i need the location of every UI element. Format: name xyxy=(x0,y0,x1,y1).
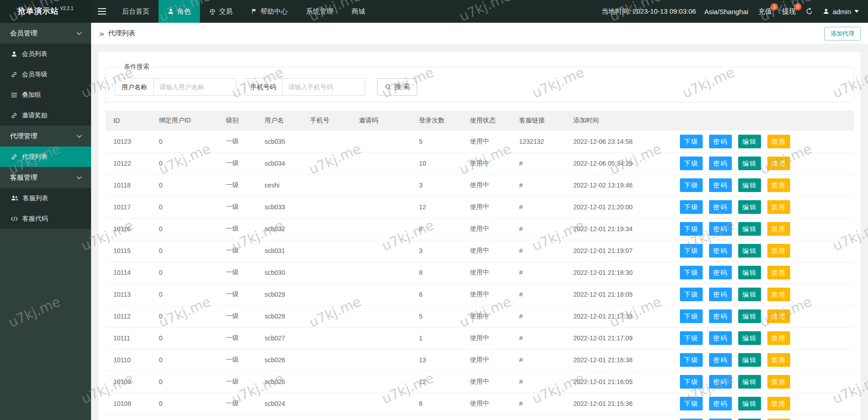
disable-button[interactable]: 禁用 xyxy=(767,135,790,148)
timezone: Asia/Shanghai xyxy=(704,8,748,15)
edit-button[interactable]: 编辑 xyxy=(738,353,761,367)
sidebar-item-member-level[interactable]: 会员等级 xyxy=(0,64,91,85)
edit-button[interactable]: 编辑 xyxy=(738,222,761,236)
sub-agent-button[interactable]: 下级 xyxy=(680,353,703,367)
password-button[interactable]: 密码 xyxy=(709,244,732,258)
cell-add_time: 2022-12-01 21:16:05 xyxy=(565,371,672,393)
row-actions: 下级密码编辑禁用 xyxy=(672,152,854,174)
edit-button[interactable]: 编辑 xyxy=(738,309,761,323)
password-button[interactable]: 密码 xyxy=(709,353,732,367)
password-button[interactable]: 密码 xyxy=(709,157,732,170)
sub-agent-button[interactable]: 下级 xyxy=(680,200,703,214)
person-icon xyxy=(168,8,174,15)
sub-agent-button[interactable]: 下级 xyxy=(680,178,703,192)
disable-button[interactable]: 禁用 xyxy=(767,353,790,367)
sub-agent-button[interactable]: 下级 xyxy=(680,375,703,389)
disable-button[interactable]: 禁用 xyxy=(767,178,790,192)
cell-id: 10111 xyxy=(105,327,151,349)
row-actions: 下级密码编辑禁用 xyxy=(672,349,854,371)
table-row: 101080一级scb0246使用中#2022-12-01 21:15:36下级… xyxy=(105,393,854,415)
nav-mall[interactable]: 商城 xyxy=(342,0,374,23)
password-button[interactable]: 密码 xyxy=(709,309,732,323)
sidebar-item-agent-list[interactable]: 代理列表 xyxy=(0,147,91,167)
password-button[interactable]: 密码 xyxy=(709,331,732,345)
sub-agent-button[interactable]: 下级 xyxy=(680,331,703,345)
disable-button[interactable]: 禁用 xyxy=(767,375,790,389)
main-content: » 代理列表 添加代理 条件搜索 用户名称 手机号码 搜 索 xyxy=(91,23,868,420)
cell-add_time xyxy=(565,415,672,420)
username-input[interactable] xyxy=(153,78,236,96)
nav-roles[interactable]: 角色 xyxy=(158,0,200,23)
local-time-wrap: 当地时间: 2023-10-13 09:03:06 Asia/Shanghai xyxy=(602,7,748,16)
sidebar-item-invite-reward[interactable]: 邀请奖励 xyxy=(0,105,91,126)
sub-agent-button[interactable]: 下级 xyxy=(680,397,703,410)
withdraw-button[interactable]: 提现 0 xyxy=(782,7,796,16)
sub-agent-button[interactable]: 下级 xyxy=(680,288,703,301)
cell-invite_code xyxy=(351,174,411,196)
sub-agent-button[interactable]: 下级 xyxy=(680,135,703,148)
add-agent-button[interactable]: 添加代理 xyxy=(824,27,861,40)
sub-agent-button[interactable]: 下级 xyxy=(680,244,703,258)
cell-login_count: 3 xyxy=(411,240,462,262)
cell-add_time: 2022-12-01 21:17:09 xyxy=(565,327,672,349)
password-button[interactable]: 密码 xyxy=(709,397,732,410)
search-fieldset: 条件搜索 用户名称 手机号码 搜 索 xyxy=(105,63,854,102)
sub-agent-button[interactable]: 下级 xyxy=(680,157,703,170)
edit-button[interactable]: 编辑 xyxy=(738,266,761,279)
disable-button[interactable]: 禁用 xyxy=(767,200,790,214)
password-button[interactable]: 密码 xyxy=(709,375,732,389)
sidebar-group-service-management[interactable]: 客服管理 xyxy=(0,167,91,188)
nav-trade[interactable]: 交易 xyxy=(200,0,242,23)
top-nav: 后台首页角色交易帮助中心系统管理商城 xyxy=(113,0,374,23)
edit-button[interactable]: 编辑 xyxy=(738,178,761,192)
password-button[interactable]: 密码 xyxy=(709,266,732,279)
edit-button[interactable]: 编辑 xyxy=(738,375,761,389)
edit-button[interactable]: 编辑 xyxy=(738,135,761,148)
disable-button[interactable]: 禁用 xyxy=(767,309,790,323)
sidebar-item-service-code[interactable]: 客服代码 xyxy=(0,208,91,229)
nav-home[interactable]: 后台首页 xyxy=(113,0,158,23)
password-button[interactable]: 密码 xyxy=(709,135,732,148)
disable-button[interactable]: 禁用 xyxy=(767,222,790,236)
sidebar-group-member-management[interactable]: 会员管理 xyxy=(0,23,91,44)
recharge-label: 充值 xyxy=(758,7,772,15)
sub-agent-button[interactable]: 下级 xyxy=(680,222,703,236)
sidebar-item-service-list[interactable]: 客服列表 xyxy=(0,188,91,208)
edit-button[interactable]: 编辑 xyxy=(738,331,761,345)
password-button[interactable]: 密码 xyxy=(709,222,732,236)
sidebar-item-member-list[interactable]: 会员列表 xyxy=(0,44,91,64)
search-button[interactable]: 搜 索 xyxy=(377,78,417,96)
sidebar-group-agent-management[interactable]: 代理管理 xyxy=(0,126,91,147)
edit-button[interactable]: 编辑 xyxy=(738,288,761,301)
cell-id: 10123 xyxy=(105,131,151,152)
refresh-icon[interactable] xyxy=(806,8,813,15)
breadcrumb-icon: » xyxy=(99,29,104,38)
disable-button[interactable]: 禁用 xyxy=(767,244,790,258)
disable-button[interactable]: 禁用 xyxy=(767,397,790,410)
cell-invite_code xyxy=(351,393,411,415)
phone-input[interactable] xyxy=(282,78,365,96)
nav-system[interactable]: 系统管理 xyxy=(297,0,342,23)
edit-button[interactable]: 编辑 xyxy=(738,200,761,214)
cell-phone xyxy=(302,283,351,305)
recharge-button[interactable]: 充值 3 xyxy=(758,7,772,16)
disable-button[interactable]: 禁用 xyxy=(767,266,790,279)
column-header-login_count: 登录次数 xyxy=(411,111,462,131)
user-menu[interactable]: admin xyxy=(823,8,859,15)
edit-button[interactable]: 编辑 xyxy=(738,397,761,410)
password-button[interactable]: 密码 xyxy=(709,200,732,214)
sub-agent-button[interactable]: 下级 xyxy=(680,266,703,279)
edit-button[interactable]: 编辑 xyxy=(738,244,761,258)
nav-help-center[interactable]: 帮助中心 xyxy=(242,0,297,23)
disable-button[interactable]: 禁用 xyxy=(767,331,790,345)
disable-button[interactable]: 禁用 xyxy=(767,157,790,170)
edit-button[interactable]: 编辑 xyxy=(738,157,761,170)
cell-service_link: # xyxy=(511,349,565,371)
password-button[interactable]: 密码 xyxy=(709,288,732,301)
top-nav-label: 交易 xyxy=(219,7,233,16)
disable-button[interactable]: 禁用 xyxy=(767,288,790,301)
password-button[interactable]: 密码 xyxy=(709,178,732,192)
menu-toggle-icon[interactable] xyxy=(91,0,113,23)
sub-agent-button[interactable]: 下级 xyxy=(680,309,703,323)
sidebar-item-stack-group[interactable]: 叠加组 xyxy=(0,85,91,105)
